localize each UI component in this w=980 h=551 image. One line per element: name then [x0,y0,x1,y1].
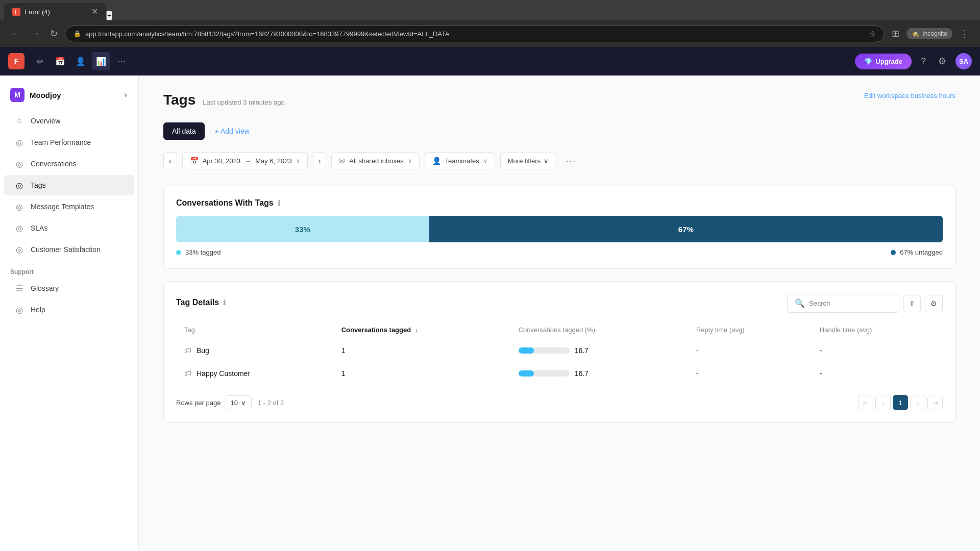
sidebar-item-conversations[interactable]: ◎ Conversations [4,154,134,174]
tab-all-data[interactable]: All data [163,122,205,140]
browser-tab[interactable]: F Front (4) ✕ [4,3,106,20]
search-icon: 🔍 [795,298,805,308]
menu-btn[interactable]: ⋮ [957,26,972,41]
edit-workspace-link[interactable]: Edit workspace business hours [864,92,955,99]
nav-icon-analytics[interactable]: 📊 [92,52,110,70]
support-section-label: Support [0,260,138,278]
tag-cell-1: 🏷 Happy Customer [184,369,325,378]
legend-tagged-label: 33% tagged [185,248,220,256]
table-actions: 🔍 ⇧ ⚙ [787,294,943,313]
legend-tagged: 33% tagged [176,248,220,256]
page-first-btn[interactable]: ⇤ [858,395,873,410]
settings-btn[interactable]: ⚙ [935,53,949,70]
column-settings-btn[interactable]: ⚙ [925,295,943,312]
nav-icon-contacts[interactable]: 👤 [71,52,90,70]
more-filters-btn[interactable]: More filters ∨ [500,153,556,169]
tab-close-btn[interactable]: ✕ [91,8,98,16]
sidebar-item-slas[interactable]: ◎ SLAs [4,218,134,238]
forward-btn[interactable]: → [28,27,43,41]
nav-icon-more[interactable]: ⋯ [112,52,131,70]
sidebar-item-help[interactable]: ◎ Help [4,299,134,320]
page-title: Tags [163,92,195,108]
new-tab-btn[interactable]: + [106,11,112,20]
sidebar-item-label: Team Performance [31,138,91,146]
user-avatar[interactable]: SA [955,53,972,69]
filter-ellipsis-btn[interactable]: ⋯ [561,153,580,169]
legend-untagged-label: 67% untagged [900,248,943,256]
col-conv-tagged-pct[interactable]: Conversations tagged (%) [510,321,688,339]
pagination-row: Rows per page 10 ∨ 1 - 2 of 2 ⇤ ‹ 1 [176,395,943,410]
tag-name-0: Bug [197,346,209,355]
workspace-header[interactable]: M Moodjoy ∨ [0,84,138,110]
browser-chrome: F Front (4) ✕ + ← → ↻ 🔒 app.frontapp.com… [0,0,980,47]
upgrade-btn[interactable]: 💎 Upgrade [855,54,912,69]
date-next-btn[interactable]: › [313,152,327,169]
workspace-chevron-icon: ∨ [124,91,128,98]
search-input[interactable] [809,299,895,307]
sidebar-item-label: Customer Satisfaction [31,245,101,254]
date-prev-btn[interactable]: ‹ [163,152,177,169]
tag-details-title: Tag Details ℹ [176,298,226,307]
sidebar-item-team-performance[interactable]: ◎ Team Performance [4,132,134,153]
info-icon[interactable]: ℹ [278,199,280,207]
sidebar-item-label: Tags [31,181,46,189]
tag-details-info-icon[interactable]: ℹ [223,298,226,307]
address-bar[interactable]: 🔒 app.frontapp.com/analytics/team/tim:78… [65,26,885,42]
sidebar-item-overview[interactable]: ○ Overview [4,111,134,131]
nav-icon-compose[interactable]: ✏ [31,52,49,70]
slas-icon: ◎ [14,223,24,233]
help-btn[interactable]: ? [918,53,929,70]
message-templates-icon: ◎ [14,202,24,212]
table-head: Tag Conversations tagged ↓ Conversations… [176,321,943,339]
sidebar-item-label: Overview [31,117,60,125]
progress-cell-0: 16.7 [519,346,680,355]
teammates-dropdown[interactable]: 👤 Teammates ∨ [425,152,495,169]
page-last-btn[interactable]: ⇥ [927,395,943,410]
inboxes-dropdown[interactable]: ✉ All shared inboxes ∨ [331,152,419,169]
col-conv-tagged[interactable]: Conversations tagged ↓ [333,321,510,339]
page-1-btn[interactable]: 1 [893,395,908,410]
sidebar-item-label: Help [31,306,45,314]
export-btn[interactable]: ⇧ [903,295,921,312]
row-1-conv-tagged: 1 [333,362,510,385]
add-view-btn[interactable]: + Add view [209,123,256,139]
app-logo: F [8,53,24,69]
col-handle-time[interactable]: Handle time (avg) [812,321,943,339]
tag-label-icon: 🏷 [184,346,191,355]
app-container: F ✏ 📅 👤 📊 ⋯ 💎 Upgrade ? ⚙ SA M Moodjoy ∨ [0,47,980,551]
row-0-reply-time: - [688,339,812,362]
legend-untagged: 67% untagged [891,248,943,256]
col-reply-time-label: Reply time (avg) [696,326,745,334]
date-from-dropdown[interactable]: 📅 Apr 30, 2023 → May 6, 2023 ∨ [182,152,308,169]
sidebar-item-glossary[interactable]: ☰ Glossary [4,278,134,298]
incognito-badge: 🕵 Incognito [906,28,952,39]
col-reply-time[interactable]: Reply time (avg) [688,321,812,339]
conversations-icon: ◎ [14,159,24,169]
reload-btn[interactable]: ↻ [47,26,61,41]
star-icon: ☆ [869,29,876,39]
bar-legend: 33% tagged 67% untagged [176,248,943,256]
extensions-btn[interactable]: ⊞ [889,26,902,41]
page-next-btn[interactable]: › [910,395,925,410]
sidebar-support-nav: ☰ Glossary ◎ Help [0,278,138,320]
app-nav-icons: ✏ 📅 👤 📊 ⋯ [31,52,131,70]
rows-select-chevron-icon: ∨ [241,399,246,407]
sidebar-item-customer-satisfaction[interactable]: ◎ Customer Satisfaction [4,239,134,260]
search-box[interactable]: 🔍 [787,294,899,313]
sidebar-item-message-templates[interactable]: ◎ Message Templates [4,196,134,217]
rows-per-page-select[interactable]: 10 ∨ [225,395,251,410]
back-btn[interactable]: ← [8,27,23,41]
glossary-icon: ☰ [14,283,24,293]
col-tag[interactable]: Tag [176,321,333,339]
row-0-handle-time: - [812,339,943,362]
sidebar-item-tags[interactable]: ◎ Tags [4,175,134,195]
mini-bar-wrap-1 [519,370,570,377]
teammates-icon: 👤 [432,157,441,165]
filter-bar: ‹ 📅 Apr 30, 2023 → May 6, 2023 ∨ › ✉ All… [163,152,955,169]
date-to-label: May 6, 2023 [255,157,292,165]
nav-icon-calendar[interactable]: 📅 [51,52,69,70]
stacked-bar-chart: 33% 67% [176,216,943,242]
overview-icon: ○ [14,116,24,126]
page-prev-btn[interactable]: ‹ [875,395,891,410]
col-tag-label: Tag [184,326,195,334]
